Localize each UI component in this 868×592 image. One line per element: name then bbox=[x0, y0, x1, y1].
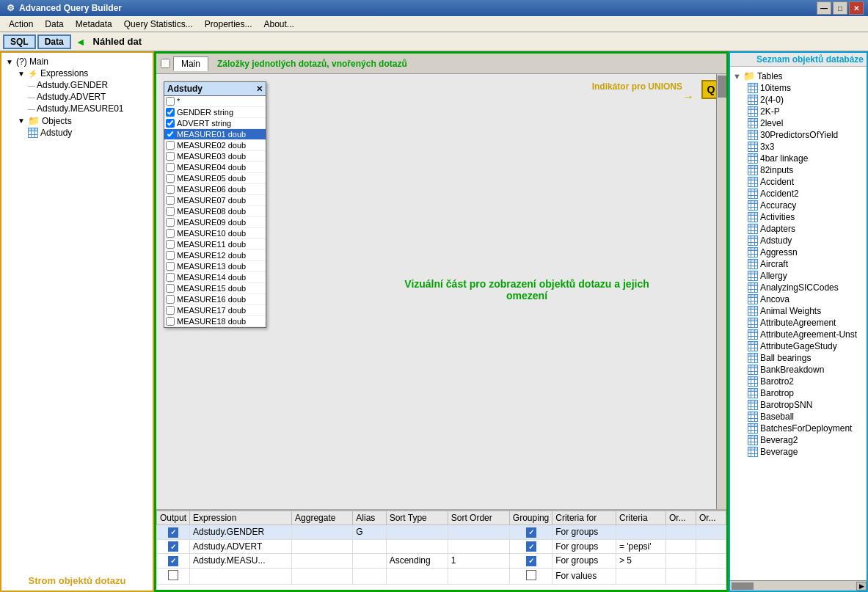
list-item[interactable]: Beverag2 bbox=[733, 434, 864, 446]
list-item[interactable]: MEASURE07 doub bbox=[164, 195, 266, 206]
list-item[interactable]: AnalyzingSICCodes bbox=[733, 282, 864, 293]
list-item[interactable]: Adapters bbox=[733, 223, 864, 235]
list-item[interactable]: Allergy bbox=[733, 270, 864, 282]
list-item[interactable]: MEASURE12 doub bbox=[164, 250, 266, 261]
list-item[interactable]: ADVERT string bbox=[164, 118, 266, 129]
col-criteria-for[interactable]: Criteria for bbox=[552, 511, 616, 525]
list-item[interactable]: MEASURE09 doub bbox=[164, 217, 266, 228]
col-sort-type[interactable]: Sort Type bbox=[386, 511, 448, 525]
list-item[interactable]: Accident2 bbox=[733, 188, 864, 200]
col-or2[interactable]: Or... bbox=[696, 511, 726, 525]
list-item[interactable]: Aggressn bbox=[733, 246, 864, 258]
list-item[interactable]: 2(4-0) bbox=[733, 94, 864, 106]
list-item[interactable]: MEASURE05 doub bbox=[164, 173, 266, 184]
table-icon bbox=[748, 282, 758, 293]
list-item[interactable]: MEASURE16 doub bbox=[164, 294, 266, 305]
list-item[interactable]: MEASURE15 doub bbox=[164, 283, 266, 294]
list-item[interactable]: MEASURE06 doub bbox=[164, 184, 266, 195]
tree-item-objects[interactable]: ▼ 📁 Objects bbox=[4, 114, 150, 127]
list-item[interactable]: BankBreakdown bbox=[733, 364, 864, 376]
list-item[interactable]: Adstudy bbox=[733, 235, 864, 246]
tree-item-gender[interactable]: — Adstudy.GENDER bbox=[4, 79, 150, 91]
col-output[interactable]: Output bbox=[157, 511, 190, 525]
list-item[interactable]: MEASURE04 doub bbox=[164, 162, 266, 173]
tree-item-adstudy[interactable]: Adstudy bbox=[4, 127, 150, 139]
list-item[interactable]: BatchesForDeployment bbox=[733, 423, 864, 434]
list-item[interactable]: MEASURE10 doub bbox=[164, 228, 266, 239]
right-panel-scrollbar[interactable]: ▶ bbox=[730, 580, 867, 591]
list-item[interactable]: Barotrop bbox=[733, 387, 864, 399]
list-item[interactable]: 30PredictorsOfYield bbox=[733, 129, 864, 141]
table-icon bbox=[748, 259, 758, 269]
scrollbar-thumb[interactable] bbox=[732, 582, 754, 590]
list-item[interactable]: BarotropSNN bbox=[733, 399, 864, 411]
list-item[interactable]: MEASURE01 doub bbox=[164, 129, 266, 140]
list-item[interactable]: Accuracy bbox=[733, 200, 864, 211]
table-widget-header: Adstudy ✕ bbox=[164, 82, 266, 96]
list-item[interactable]: MEASURE11 doub bbox=[164, 239, 266, 250]
table-icon bbox=[748, 177, 758, 187]
list-item[interactable]: AttributeAgreement-Unst bbox=[733, 329, 864, 340]
close-button[interactable]: ✕ bbox=[849, 1, 864, 15]
list-item[interactable]: MEASURE14 doub bbox=[164, 272, 266, 283]
menu-properties[interactable]: Properties... bbox=[199, 18, 258, 31]
table-icon bbox=[748, 235, 758, 246]
list-item[interactable]: 10items bbox=[733, 82, 864, 94]
col-expression[interactable]: Expression bbox=[190, 511, 292, 525]
menu-metadata[interactable]: Metadata bbox=[70, 18, 118, 31]
tree-item-expressions[interactable]: ▼ ⚡ Expressions bbox=[4, 67, 150, 79]
expand-icon: ▼ bbox=[16, 116, 26, 126]
list-item[interactable]: Aircraft bbox=[733, 258, 864, 270]
col-sort-order[interactable]: Sort Order bbox=[448, 511, 509, 525]
list-item[interactable]: MEASURE18 doub bbox=[164, 316, 266, 327]
list-item[interactable]: MEASURE17 doub bbox=[164, 305, 266, 316]
tree-item-advert[interactable]: — Adstudy.ADVERT bbox=[4, 91, 150, 103]
list-item[interactable]: AttributeAgreement bbox=[733, 317, 864, 329]
menu-query-statistics[interactable]: Query Statistics... bbox=[118, 18, 199, 31]
menu-about[interactable]: About... bbox=[258, 18, 300, 31]
col-criteria[interactable]: Criteria bbox=[616, 511, 665, 525]
list-item[interactable]: MEASURE03 doub bbox=[164, 151, 266, 162]
minimize-button[interactable]: — bbox=[817, 1, 831, 15]
main-tab-checkbox[interactable] bbox=[161, 59, 170, 68]
col-aggregate[interactable]: Aggregate bbox=[292, 511, 353, 525]
list-item[interactable]: * bbox=[164, 96, 266, 107]
list-item[interactable]: 3x3 bbox=[733, 141, 864, 153]
scrollbar-thumb[interactable] bbox=[718, 76, 726, 98]
list-item[interactable]: Barotro2 bbox=[733, 376, 864, 387]
data-button[interactable]: Data bbox=[37, 34, 71, 49]
list-item[interactable]: 4bar linkage bbox=[733, 153, 864, 164]
tree-item-main[interactable]: ▼ (?) Main bbox=[4, 56, 150, 67]
list-item[interactable]: Baseball bbox=[733, 411, 864, 423]
col-grouping[interactable]: Grouping bbox=[509, 511, 552, 525]
list-item[interactable]: GENDER string bbox=[164, 107, 266, 118]
col-or1[interactable]: Or... bbox=[666, 511, 696, 525]
sql-button[interactable]: SQL bbox=[3, 34, 36, 49]
maximize-button[interactable]: □ bbox=[833, 1, 847, 15]
list-item[interactable]: 82inputs bbox=[733, 164, 864, 176]
table-icon bbox=[748, 271, 758, 281]
main-layout: ▼ (?) Main ▼ ⚡ Expressions — Adstudy.GEN… bbox=[0, 51, 868, 592]
list-item[interactable]: MEASURE08 doub bbox=[164, 206, 266, 217]
visual-scrollbar[interactable] bbox=[716, 74, 726, 509]
main-tab[interactable]: Main bbox=[173, 56, 208, 71]
list-item[interactable]: MEASURE02 doub bbox=[164, 140, 266, 151]
table-widget-close-button[interactable]: ✕ bbox=[256, 84, 263, 94]
app-title: Advanced Query Builder bbox=[19, 3, 122, 13]
list-item[interactable]: Activities bbox=[733, 211, 864, 223]
menu-data[interactable]: Data bbox=[39, 18, 69, 31]
list-item[interactable]: Animal Weights bbox=[733, 305, 864, 317]
scroll-right-button[interactable]: ▶ bbox=[856, 582, 867, 591]
list-item[interactable]: MEASURE13 doub bbox=[164, 261, 266, 272]
list-item[interactable]: 2K-P bbox=[733, 106, 864, 117]
list-item[interactable]: Beverage bbox=[733, 446, 864, 458]
list-item[interactable]: Ancova bbox=[733, 293, 864, 305]
list-item[interactable]: 2level bbox=[733, 117, 864, 129]
tree-item-tables[interactable]: ▼ 📁 Tables bbox=[733, 70, 864, 82]
menu-action[interactable]: Action bbox=[3, 18, 39, 31]
list-item[interactable]: Accident bbox=[733, 176, 864, 188]
tree-item-measure01[interactable]: — Adstudy.MEASURE01 bbox=[4, 103, 150, 114]
list-item[interactable]: AttributeGageStudy bbox=[733, 340, 864, 352]
col-alias[interactable]: Alias bbox=[353, 511, 386, 525]
list-item[interactable]: Ball bearings bbox=[733, 352, 864, 364]
